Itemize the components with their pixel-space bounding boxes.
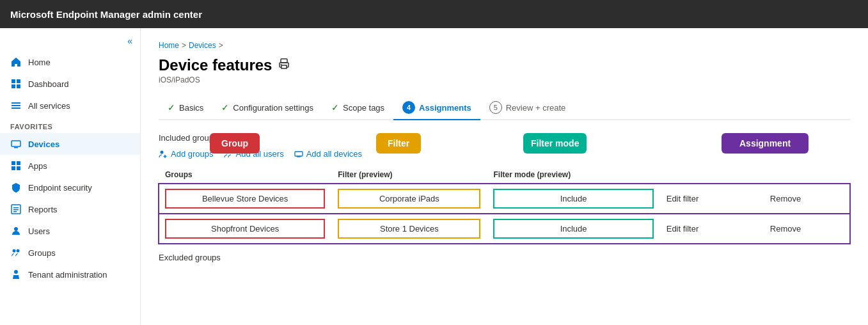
- filtermode-cell-inner: Include: [493, 189, 653, 209]
- sidebar-item-label: All services: [28, 101, 70, 111]
- remove-link-0[interactable]: Remove: [764, 184, 850, 214]
- svg-rect-16: [13, 211, 17, 212]
- callout-filter-mode: Filter mode: [523, 133, 587, 154]
- svg-point-17: [14, 227, 18, 231]
- groups-icon: [10, 247, 22, 258]
- reports-icon: [10, 203, 22, 215]
- tab-review-create[interactable]: 5 Review + create: [480, 96, 575, 120]
- sidebar-item-label: Home: [28, 58, 51, 67]
- group-cell-inner: Bellevue Store Devices: [165, 189, 325, 209]
- svg-rect-5: [12, 105, 20, 106]
- check-icon-scope: ✓: [331, 102, 339, 113]
- excluded-groups-label: Excluded groups: [159, 253, 850, 262]
- tab-label-scope: Scope tags: [343, 103, 384, 113]
- tab-scope-tags[interactable]: ✓ Scope tags: [322, 97, 393, 119]
- filtermode-cell: Include: [487, 214, 659, 244]
- tenant-admin-icon: [10, 269, 22, 280]
- col-header-editfilter: [660, 166, 764, 184]
- tab-assignments[interactable]: 4 Assignments: [393, 96, 480, 120]
- devices-icon: [10, 138, 22, 150]
- sidebar-item-all-services[interactable]: All services: [0, 95, 140, 116]
- sidebar-item-users[interactable]: Users: [0, 220, 140, 242]
- svg-point-18: [13, 250, 16, 253]
- svg-rect-7: [12, 141, 20, 147]
- sidebar-item-apps[interactable]: Apps: [0, 155, 140, 177]
- breadcrumb-sep1: >: [182, 41, 186, 50]
- svg-rect-10: [17, 161, 20, 165]
- print-icon[interactable]: [278, 58, 290, 72]
- remove-link-1[interactable]: Remove: [764, 214, 850, 244]
- svg-rect-14: [13, 207, 19, 209]
- svg-rect-12: [17, 166, 20, 170]
- svg-rect-29: [295, 152, 303, 156]
- sidebar-item-devices[interactable]: Devices: [0, 133, 140, 155]
- filter-cell-inner: Corporate iPads: [338, 189, 480, 209]
- sidebar-item-label: Apps: [28, 161, 47, 171]
- apps-icon: [10, 160, 22, 171]
- svg-rect-6: [12, 107, 20, 109]
- check-icon-basics: ✓: [168, 102, 175, 113]
- group-cell: Bellevue Store Devices: [159, 184, 331, 214]
- sidebar-item-reports[interactable]: Reports: [0, 198, 140, 220]
- collapse-icon[interactable]: «: [127, 36, 132, 46]
- tab-config-settings[interactable]: ✓ Configuration settings: [212, 97, 322, 119]
- badge-assignments: 4: [402, 101, 415, 114]
- edit-filter-link-0[interactable]: Edit filter: [660, 184, 764, 214]
- tab-label-basics: Basics: [179, 103, 203, 113]
- edit-filter-link-1[interactable]: Edit filter: [660, 214, 764, 244]
- sidebar-collapse-button[interactable]: «: [0, 33, 140, 51]
- topbar: Microsoft Endpoint Manager admin center: [0, 0, 868, 28]
- sidebar-item-label: Tenant administration: [28, 270, 107, 280]
- svg-rect-2: [12, 84, 15, 88]
- assignments-table: Groups Filter (preview) Filter mode (pre…: [159, 166, 850, 244]
- tab-basics[interactable]: ✓ Basics: [159, 97, 212, 119]
- sidebar-item-dashboard[interactable]: Dashboard: [0, 73, 140, 95]
- add-all-devices-label: Add all devices: [306, 149, 362, 159]
- filter-cell: Store 1 Devices: [331, 214, 487, 244]
- add-groups-label: Add groups: [171, 149, 214, 159]
- svg-rect-4: [12, 102, 20, 104]
- wizard-tabs: ✓ Basics ✓ Configuration settings ✓ Scop…: [159, 96, 850, 120]
- svg-rect-22: [281, 65, 287, 68]
- sidebar-item-label: Groups: [28, 248, 56, 258]
- filtermode-cell: Include: [487, 184, 659, 214]
- svg-rect-11: [12, 166, 15, 170]
- breadcrumb-sep2: >: [219, 41, 223, 50]
- filter-cell: Corporate iPads: [331, 184, 487, 214]
- tab-label-config: Configuration settings: [233, 103, 313, 113]
- sidebar-item-endpoint-security[interactable]: Endpoint security: [0, 177, 140, 198]
- sidebar-item-label: Endpoint security: [28, 183, 92, 193]
- add-groups-button[interactable]: Add groups: [159, 149, 214, 159]
- add-all-devices-button[interactable]: Add all devices: [294, 149, 362, 159]
- all-services-icon: [10, 100, 22, 111]
- sidebar-item-label: Dashboard: [28, 79, 69, 89]
- group-cell: Shopfront Devices: [159, 214, 331, 244]
- svg-point-24: [161, 150, 164, 154]
- sidebar-item-tenant-admin[interactable]: Tenant administration: [0, 264, 140, 285]
- col-header-groups: Groups: [159, 166, 331, 184]
- breadcrumb-home[interactable]: Home: [159, 41, 179, 50]
- badge-review: 5: [489, 101, 502, 114]
- svg-rect-3: [17, 84, 20, 88]
- tab-label-assignments: Assignments: [419, 103, 471, 113]
- page-title-row: Device features: [159, 56, 850, 74]
- callout-filter: Filter: [376, 133, 421, 154]
- sidebar-item-groups[interactable]: Groups: [0, 242, 140, 264]
- filter-cell-inner: Store 1 Devices: [338, 219, 480, 239]
- tab-label-review: Review + create: [506, 103, 566, 113]
- home-icon: [10, 56, 22, 68]
- svg-rect-9: [12, 161, 15, 165]
- topbar-title: Microsoft Endpoint Manager admin center: [10, 9, 202, 20]
- filtermode-cell-inner: Include: [493, 219, 653, 239]
- callout-group: Group: [210, 133, 260, 154]
- main-content: Home > Devices > Device features iOS/iPa…: [141, 28, 868, 325]
- svg-rect-20: [281, 59, 287, 63]
- breadcrumb: Home > Devices >: [159, 41, 850, 50]
- group-cell-inner: Shopfront Devices: [165, 219, 325, 239]
- dashboard-icon: [10, 78, 22, 90]
- breadcrumb-devices[interactable]: Devices: [189, 41, 216, 50]
- sidebar-item-home[interactable]: Home: [0, 51, 140, 73]
- table-row: Shopfront Devices Store 1 Devices Includ…: [159, 214, 850, 244]
- col-header-filter: Filter (preview): [331, 166, 487, 184]
- endpoint-security-icon: [10, 182, 22, 193]
